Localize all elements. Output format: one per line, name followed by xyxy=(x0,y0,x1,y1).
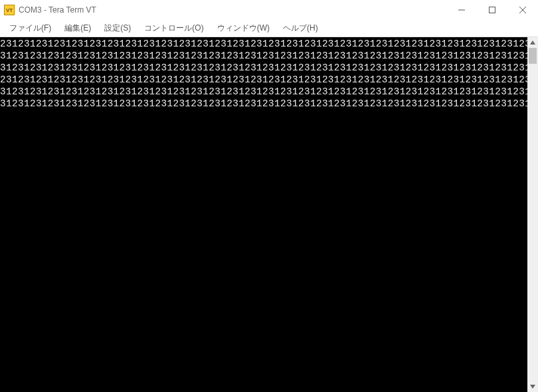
menu-edit[interactable]: 編集(E) xyxy=(58,20,98,37)
terminal-line: 3123123123123123123123123123123123123123… xyxy=(0,50,527,62)
chevron-up-icon xyxy=(530,41,535,45)
scrollbar[interactable] xyxy=(527,37,538,392)
close-icon xyxy=(519,7,526,13)
menu-settings[interactable]: 設定(S) xyxy=(98,20,137,37)
svg-marker-5 xyxy=(530,385,535,389)
terminal-line: 2312312312312312312312312312312312312312… xyxy=(0,74,527,86)
app-icon: VT xyxy=(4,5,15,15)
menu-control[interactable]: コントロール(O) xyxy=(137,20,210,37)
menubar: ファイル(F) 編集(E) 設定(S) コントロール(O) ウィンドウ(W) ヘ… xyxy=(0,20,538,37)
terminal-line: 3123123123123123123123123123123123123123… xyxy=(0,86,527,98)
titlebar: VT COM3 - Tera Term VT xyxy=(0,0,538,20)
scroll-thumb[interactable] xyxy=(529,48,537,64)
terminal-line: 2312312312312312312312312312312312312312… xyxy=(0,38,527,50)
app-icon-text: VT xyxy=(6,7,13,13)
svg-marker-4 xyxy=(530,41,535,45)
maximize-button[interactable] xyxy=(477,0,507,20)
window-controls xyxy=(446,0,538,20)
scroll-down-button[interactable] xyxy=(527,381,538,392)
maximize-icon xyxy=(489,7,495,13)
terminal-area: 2312312312312312312312312312312312312312… xyxy=(0,37,538,392)
window-title: COM3 - Tera Term VT xyxy=(19,5,96,15)
minimize-icon xyxy=(458,7,465,13)
minimize-button[interactable] xyxy=(446,0,477,20)
chevron-down-icon xyxy=(530,385,535,389)
scroll-up-button[interactable] xyxy=(527,37,538,48)
menu-file[interactable]: ファイル(F) xyxy=(3,20,58,37)
terminal-output[interactable]: 2312312312312312312312312312312312312312… xyxy=(0,37,527,392)
svg-rect-1 xyxy=(490,7,495,13)
menu-help[interactable]: ヘルプ(H) xyxy=(276,20,325,37)
terminal-line: 3123123123123123123123123123123123123123… xyxy=(0,62,527,74)
terminal-line: 3123123123123123123123123123123123123123… xyxy=(0,98,527,110)
close-button[interactable] xyxy=(507,0,538,20)
menu-window[interactable]: ウィンドウ(W) xyxy=(211,20,276,37)
